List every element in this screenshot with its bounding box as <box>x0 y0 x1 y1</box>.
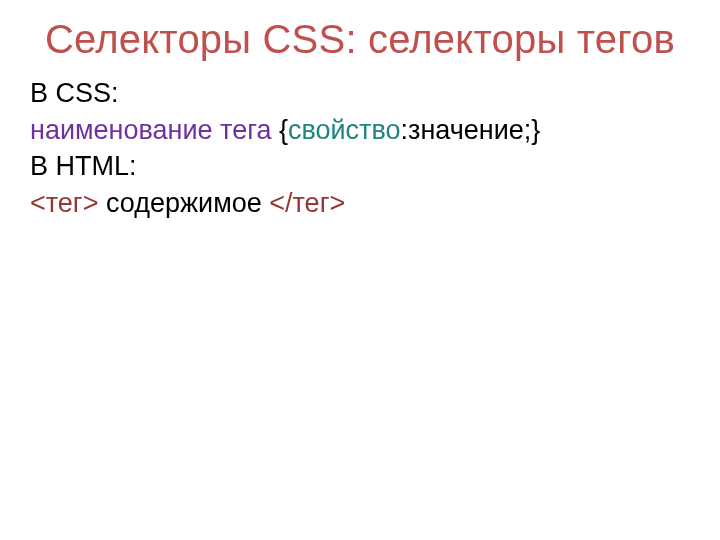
html-close-gt: > <box>329 188 345 218</box>
line-in-html: В HTML: <box>30 149 690 184</box>
line-in-css: В CSS: <box>30 76 690 111</box>
css-property: свойство <box>288 115 401 145</box>
line-html-syntax: <тег> содержимое </тег> <box>30 186 690 221</box>
html-close-tag: /тег <box>285 188 329 218</box>
css-tagname: наименование тега <box>30 115 279 145</box>
html-content: содержимое <box>106 188 269 218</box>
html-open-gt: > <box>83 188 106 218</box>
html-open-tag: тег <box>46 188 83 218</box>
slide: Селекторы CSS: селекторы тегов В CSS: на… <box>0 0 720 540</box>
css-open-brace: { <box>279 115 288 145</box>
css-value-part: :значение;} <box>401 115 541 145</box>
html-close-lt: < <box>269 188 285 218</box>
line-css-syntax: наименование тега {свойство:значение;} <box>30 113 690 148</box>
html-open-lt: < <box>30 188 46 218</box>
slide-body: В CSS: наименование тега {свойство:значе… <box>30 76 690 220</box>
slide-title: Селекторы CSS: селекторы тегов <box>30 16 690 62</box>
